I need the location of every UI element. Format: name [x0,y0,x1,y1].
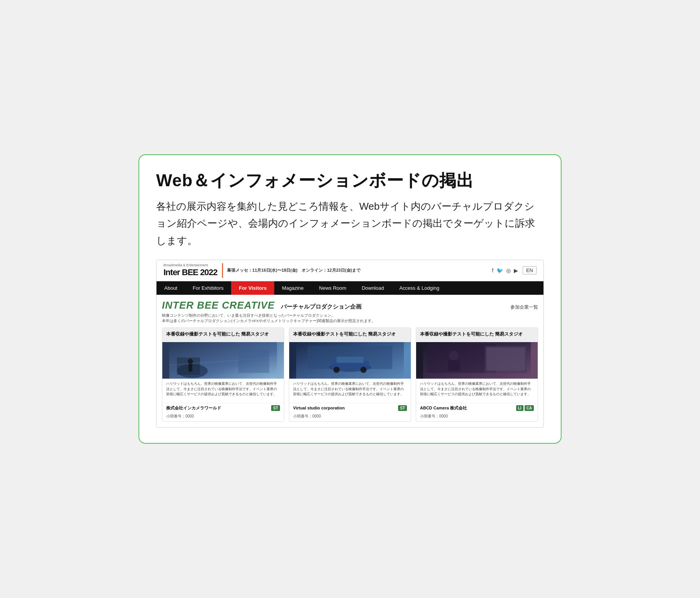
site-header: Broadmedia & Entertainment Inter BEE 202… [157,260,543,281]
youtube-icon: ▶ [514,267,518,274]
ibc-desc: 映像コンテンツ制作の分野において、いま最も注目すべき技術となったバーチャルプロダ… [162,313,538,324]
site-logo-top: Broadmedia & Entertainment [163,263,217,267]
card-tag-st-1: ST [271,405,280,411]
card-title-2: 本番収録や撮影テストを可能にした 簡易スタジオ [293,331,407,337]
nav-visitors[interactable]: For Visitors [231,281,274,295]
card-tags-1: ST [271,405,280,411]
cards-grid: 本番収録や撮影テストを可能にした 簡易スタジオ [162,327,538,427]
card-tags-2: ST [398,405,407,411]
nav-exhibitors[interactable]: For Exhibitors [185,281,231,295]
ibc-logo: INTER BEE CREATIVE [162,299,275,311]
card-image-2 [289,342,411,379]
nav-access[interactable]: Access & Lodging [392,281,447,295]
social-icons: f 🐦 ◎ ▶ [492,267,518,274]
orange-divider [222,263,223,278]
site-logo-dates: 幕張メッセ：11月16日(水)〜18日(金) オンライン：12月23日(金)まで [227,267,360,273]
ibc-company-link[interactable]: 参加企業一覧 [510,304,538,311]
svg-point-18 [449,351,458,360]
ibc-section: INTER BEE CREATIVE バーチャルプロダクション企画 参加企業一覧… [157,295,543,427]
nav-magazine[interactable]: Magazine [274,281,311,295]
card-tag-ca-3: CA [525,405,534,411]
site-nav: About For Exhibitors For Visitors Magazi… [157,281,543,295]
svg-rect-4 [238,350,269,373]
svg-rect-11 [337,357,363,363]
card-company-2: Virtual studio corporation [293,406,345,410]
card-tag-st-2: ST [398,405,407,411]
ibc-header-row: INTER BEE CREATIVE バーチャルプロダクション企画 参加企業一覧 [162,299,538,311]
site-logo-area: Broadmedia & Entertainment Inter BEE 202… [163,263,217,277]
card-footer-1: 株式会社インカメラワールド ST [162,403,284,414]
svg-point-5 [188,359,193,364]
site-mockup: Broadmedia & Entertainment Inter BEE 202… [156,260,544,428]
card-desc-3: ハリウッドはもちろん、世界の映像業界において、次世代の映像制作手法として、今まさ… [420,381,534,397]
card-tag-li-3: LI [516,405,523,411]
card-booth-3: 小間番号：0000 [416,414,538,421]
card-desc-1: ハリウッドはもちろん、世界の映像業界において、次世代の映像制作手法として、今まさ… [166,381,280,397]
card-top-3: 本番収録や撮影テストを可能にした 簡易スタジオ [416,328,538,342]
svg-point-13 [360,367,367,373]
card-top-2: 本番収録や撮影テストを可能にした 簡易スタジオ [289,328,411,342]
nav-about[interactable]: About [157,281,185,295]
instagram-icon: ◎ [506,267,511,274]
site-logo-main: Inter BEE 2022 [163,267,217,277]
outer-card: Web＆インフォメーションボードの掲出 各社の展示内容を集約した見どころ情報を、… [138,154,562,443]
card-image-3 [416,342,538,379]
facebook-icon: f [492,267,493,274]
nav-download[interactable]: Download [354,281,392,295]
card-footer-2: Virtual studio corporation ST [289,403,411,414]
svg-rect-6 [188,364,192,372]
card-company-1: 株式会社インカメラワールド [166,405,221,411]
card-footer-3: ABCD Camera 株式会社 LI CA [416,403,538,414]
card-company-3: ABCD Camera 株式会社 [420,405,467,411]
lang-button[interactable]: EN [523,266,537,274]
card-booth-2: 小間番号：0000 [289,414,411,421]
card-tags-3: LI CA [516,405,534,411]
card-body-2: ハリウッドはもちろん、世界の映像業界において、次世代の映像制作手法として、今まさ… [289,379,411,403]
card-body-1: ハリウッドはもちろん、世界の映像業界において、次世代の映像制作手法として、今まさ… [162,379,284,403]
card-desc-2: ハリウッドはもちろん、世界の映像業界において、次世代の映像制作手法として、今まさ… [293,381,407,397]
site-header-right: f 🐦 ◎ ▶ EN [492,266,537,274]
twitter-icon: 🐦 [497,267,503,274]
svg-point-12 [333,367,340,373]
subtitle-text: 各社の展示内容を集約した見どころ情報を、Webサイト内のバーチャルプロダクション… [156,198,544,249]
card-title-3: 本番収録や撮影テストを可能にした 簡易スタジオ [420,331,534,337]
svg-rect-17 [487,347,525,371]
card-title-1: 本番収録や撮影テストを可能にした 簡易スタジオ [166,331,280,337]
studio-card-2: 本番収録や撮影テストを可能にした 簡易スタジオ [289,327,411,421]
card-top-1: 本番収録や撮影テストを可能にした 簡易スタジオ [162,328,284,342]
page-title: Web＆インフォメーションボードの掲出 [156,170,544,191]
card-booth-1: 小間番号：0000 [162,414,284,421]
logo-dates-row: Broadmedia & Entertainment Inter BEE 202… [163,263,360,278]
card-body-3: ハリウッドはもちろん、世界の映像業界において、次世代の映像制作手法として、今まさ… [416,379,538,403]
nav-newsroom[interactable]: News Room [312,281,354,295]
card-image-1 [162,342,284,379]
svg-rect-19 [448,360,460,371]
ibc-plan-label: バーチャルプロダクション企画 [281,303,362,311]
studio-card-3: 本番収録や撮影テストを可能にした 簡易スタジオ [416,327,538,421]
studio-card-1: 本番収録や撮影テストを可能にした 簡易スタジオ [162,327,284,421]
